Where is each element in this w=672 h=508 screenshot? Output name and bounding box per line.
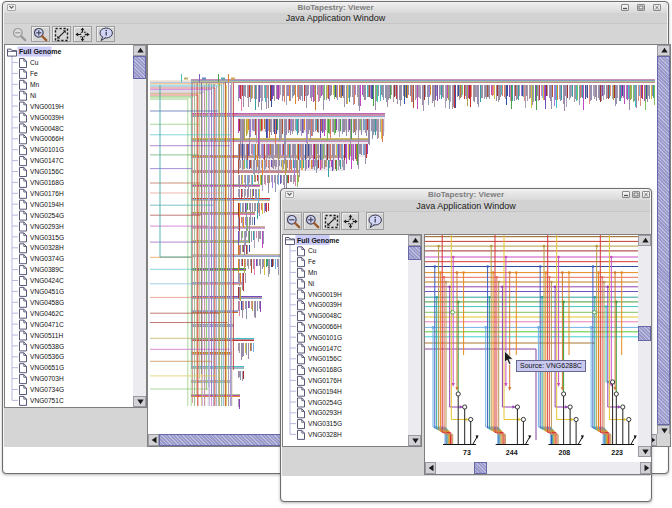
svg-text:VNG0703H: VNG0703H <box>30 375 64 382</box>
svg-text:VNG0048C: VNG0048C <box>308 312 342 319</box>
svg-text:VNG0451G: VNG0451G <box>30 288 64 295</box>
svg-text:VNG0066H: VNG0066H <box>30 135 64 142</box>
svg-text:VNG0651G: VNG0651G <box>30 364 64 371</box>
svg-text:VNG0101G: VNG0101G <box>308 334 342 341</box>
svg-text:Mn: Mn <box>30 81 39 88</box>
svg-text:VNG0751C: VNG0751C <box>30 397 64 404</box>
svg-text:VNG0066H: VNG0066H <box>308 323 342 330</box>
svg-text:VNG0019H: VNG0019H <box>308 291 342 298</box>
svg-text:VNG0048C: VNG0048C <box>30 125 64 132</box>
svg-text:Mn: Mn <box>308 269 317 276</box>
svg-text:VNG0734G: VNG0734G <box>30 386 64 393</box>
svg-text:VNG0538G: VNG0538G <box>30 343 64 350</box>
svg-text:VNG0471C: VNG0471C <box>30 321 64 328</box>
svg-text:VNG0254G: VNG0254G <box>30 212 64 219</box>
svg-text:Cu: Cu <box>30 59 39 66</box>
svg-text:VNG0168G: VNG0168G <box>30 179 64 186</box>
svg-text:VNG0424C: VNG0424C <box>30 277 64 284</box>
svg-text:VNG0293H: VNG0293H <box>30 223 64 230</box>
svg-text:VNG0156C: VNG0156C <box>308 355 342 362</box>
svg-text:73: 73 <box>463 449 471 456</box>
svg-text:VNG0168G: VNG0168G <box>308 366 342 373</box>
svg-text:VNG0147C: VNG0147C <box>30 157 64 164</box>
svg-text:208: 208 <box>559 449 571 456</box>
svg-text:VNG0039H: VNG0039H <box>30 114 64 121</box>
svg-text:VNG0328H: VNG0328H <box>30 244 64 251</box>
svg-text:VNG0389C: VNG0389C <box>30 266 64 273</box>
svg-text:Full Genome: Full Genome <box>297 237 340 244</box>
svg-text:VNG0315G: VNG0315G <box>30 234 64 241</box>
svg-text:VNG0176H: VNG0176H <box>30 190 64 197</box>
svg-text:VNG0458G: VNG0458G <box>30 299 64 306</box>
svg-text:223: 223 <box>611 449 623 456</box>
svg-text:Fe: Fe <box>30 70 38 77</box>
svg-text:VNG0511H: VNG0511H <box>30 332 63 339</box>
svg-text:Ni: Ni <box>30 92 37 99</box>
svg-text:Ni: Ni <box>308 280 315 287</box>
svg-text:VNG0019H: VNG0019H <box>30 103 64 110</box>
svg-text:VNG0462C: VNG0462C <box>30 310 64 317</box>
svg-text:VNG0254G: VNG0254G <box>308 399 342 406</box>
svg-text:Fe: Fe <box>308 258 316 265</box>
svg-text:VNG0293H: VNG0293H <box>308 409 342 416</box>
svg-text:VNG0194H: VNG0194H <box>308 388 342 395</box>
svg-text:VNG0039H: VNG0039H <box>308 301 342 308</box>
svg-text:Full Genome: Full Genome <box>19 48 62 55</box>
svg-text:VNG0536G: VNG0536G <box>30 353 64 360</box>
svg-text:VNG0374G: VNG0374G <box>30 255 64 262</box>
svg-text:VNG0328H: VNG0328H <box>308 431 342 438</box>
svg-text:VNG0194H: VNG0194H <box>30 201 64 208</box>
svg-text:244: 244 <box>506 449 518 456</box>
svg-text:Cu: Cu <box>308 247 317 254</box>
svg-text:VNG0101G: VNG0101G <box>30 146 64 153</box>
svg-text:VNG0176H: VNG0176H <box>308 377 342 384</box>
svg-text:VNG0147C: VNG0147C <box>308 345 342 352</box>
svg-text:VNG0156C: VNG0156C <box>30 168 64 175</box>
svg-text:VNG0315G: VNG0315G <box>308 420 342 427</box>
